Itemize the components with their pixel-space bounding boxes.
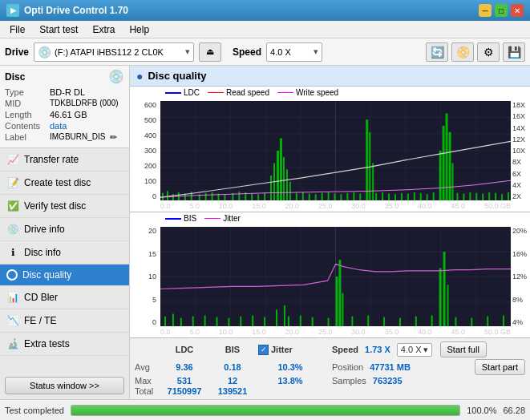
sidebar-item-fe-te[interactable]: 📉 FE / TE bbox=[0, 309, 129, 333]
speed-select[interactable]: 4.0 X ▾ bbox=[266, 42, 322, 62]
svg-rect-49 bbox=[359, 193, 361, 200]
svg-rect-56 bbox=[394, 194, 396, 200]
sidebar-item-extra-tests[interactable]: 🔬 Extra tests bbox=[0, 333, 129, 356]
chart2-svg bbox=[160, 227, 511, 326]
svg-rect-121 bbox=[503, 316, 504, 326]
maximize-button[interactable]: □ bbox=[495, 4, 508, 17]
svg-rect-64 bbox=[443, 126, 445, 200]
status-window-button[interactable]: Status window >> bbox=[5, 377, 124, 394]
svg-rect-120 bbox=[487, 317, 488, 326]
total-label: Total bbox=[135, 386, 159, 396]
svg-rect-116 bbox=[415, 317, 417, 326]
settings-button[interactable]: ⚙ bbox=[477, 42, 500, 62]
svg-rect-75 bbox=[501, 194, 503, 200]
svg-rect-102 bbox=[342, 293, 343, 326]
jitter-legend-label: Jitter bbox=[223, 214, 241, 223]
read-legend-color bbox=[208, 92, 224, 93]
svg-rect-57 bbox=[401, 193, 403, 200]
sidebar: Disc 💿 Type BD-R DL MID TDKBLDRFB (000) … bbox=[0, 66, 130, 399]
bis-legend-label: BIS bbox=[184, 214, 196, 223]
quality-header-title: Disc quality bbox=[148, 70, 206, 82]
sidebar-item-disc-info[interactable]: ℹ Disc info bbox=[0, 241, 129, 265]
app-icon: ▶ bbox=[6, 4, 19, 17]
svg-rect-66 bbox=[449, 132, 451, 200]
svg-rect-36 bbox=[283, 157, 285, 200]
svg-rect-90 bbox=[164, 317, 166, 326]
svg-rect-54 bbox=[382, 192, 383, 200]
chart2-container: BIS Jitter 20 15 10 5 0 20 bbox=[130, 212, 530, 338]
bis-legend-color bbox=[165, 218, 181, 220]
sidebar-item-drive-info[interactable]: 💿 Drive info bbox=[0, 218, 129, 241]
refresh-button[interactable]: 🔄 bbox=[426, 42, 448, 62]
drive-value: (F:) ATAPI iHBS112 2 CL0K bbox=[55, 47, 164, 57]
nav-drive-info-label: Drive info bbox=[24, 224, 65, 235]
progress-pct: 100.0% bbox=[467, 406, 496, 415]
jitter-checkbox[interactable]: ✓ bbox=[258, 345, 269, 355]
svg-rect-105 bbox=[447, 285, 449, 326]
svg-rect-59 bbox=[414, 192, 415, 200]
svg-rect-95 bbox=[216, 317, 218, 326]
svg-rect-55 bbox=[388, 193, 390, 200]
sidebar-item-verify-test-disc[interactable]: ✅ Verify test disc bbox=[0, 195, 129, 218]
disc-quality-icon bbox=[6, 269, 18, 281]
save-button[interactable]: 💾 bbox=[503, 42, 525, 62]
svg-rect-114 bbox=[383, 317, 385, 326]
close-button[interactable]: ✕ bbox=[511, 4, 524, 17]
menu-extra[interactable]: Extra bbox=[86, 22, 121, 37]
sidebar-item-transfer-rate[interactable]: 📈 Transfer rate bbox=[0, 148, 129, 172]
svg-rect-93 bbox=[192, 317, 194, 326]
verify-test-icon: ✅ bbox=[6, 200, 19, 212]
max-bis: 12 bbox=[210, 376, 255, 386]
nav-verify-test-label: Verify test disc bbox=[24, 200, 86, 212]
svg-rect-53 bbox=[375, 193, 377, 200]
avg-jitter: 10.3% bbox=[258, 362, 322, 372]
svg-rect-110 bbox=[312, 317, 314, 326]
fe-te-icon: 📉 bbox=[6, 314, 19, 327]
mid-label: MID bbox=[5, 99, 47, 108]
minimize-button[interactable]: ─ bbox=[479, 4, 492, 17]
eject-button[interactable]: ⏏ bbox=[199, 42, 221, 62]
quality-header: ● Disc quality bbox=[130, 66, 530, 87]
speed-dropdown-arrow-icon: ▾ bbox=[314, 46, 318, 57]
disc-read-button[interactable]: 📀 bbox=[451, 42, 474, 62]
svg-rect-60 bbox=[420, 193, 422, 200]
disc-label-value: IMGBURN_DIS bbox=[50, 132, 105, 143]
chart1-x-axis: 0.0 5.0 10.0 15.0 20.0 25.0 30.0 35.0 40… bbox=[160, 200, 511, 212]
svg-rect-91 bbox=[172, 314, 174, 327]
sidebar-item-create-test-disc[interactable]: 📝 Create test disc bbox=[0, 172, 129, 195]
total-ldc: 7150997 bbox=[162, 386, 207, 396]
svg-rect-52 bbox=[372, 164, 374, 201]
sidebar-item-disc-quality[interactable]: Disc quality bbox=[0, 265, 129, 286]
menu-help[interactable]: Help bbox=[123, 22, 156, 37]
nav-disc-quality-label: Disc quality bbox=[22, 269, 71, 281]
cd-bler-icon: 📊 bbox=[6, 291, 19, 304]
svg-rect-119 bbox=[471, 318, 472, 326]
disc-label-edit-icon[interactable]: ✏ bbox=[110, 132, 117, 143]
svg-rect-47 bbox=[346, 193, 348, 200]
col-ldc-header: LDC bbox=[162, 345, 207, 354]
sidebar-item-cd-bler[interactable]: 📊 CD Bler bbox=[0, 286, 129, 309]
avg-ldc: 9.36 bbox=[162, 362, 207, 372]
svg-rect-25 bbox=[224, 194, 225, 200]
svg-rect-40 bbox=[302, 192, 304, 200]
nav-items: 📈 Transfer rate 📝 Create test disc ✅ Ver… bbox=[0, 148, 129, 372]
svg-rect-94 bbox=[204, 316, 206, 326]
svg-rect-38 bbox=[289, 182, 291, 200]
position-label: Position bbox=[332, 362, 363, 372]
type-value: BD-R DL bbox=[50, 87, 85, 97]
svg-rect-107 bbox=[284, 305, 285, 326]
menu-file[interactable]: File bbox=[3, 22, 31, 37]
svg-rect-104 bbox=[443, 252, 446, 326]
svg-rect-63 bbox=[439, 151, 442, 200]
svg-rect-17 bbox=[172, 194, 174, 200]
svg-rect-72 bbox=[482, 193, 483, 200]
chart2-y-left: 20 15 10 5 0 bbox=[130, 227, 159, 326]
start-part-button[interactable]: Start part bbox=[475, 359, 525, 375]
start-full-button[interactable]: Start full bbox=[440, 341, 487, 357]
drive-select[interactable]: 💿 (F:) ATAPI iHBS112 2 CL0K ▾ bbox=[34, 42, 194, 62]
menu-start-test[interactable]: Start test bbox=[33, 22, 84, 37]
disc-info-icon: ℹ bbox=[6, 246, 19, 259]
svg-rect-16 bbox=[167, 191, 168, 200]
svg-rect-92 bbox=[180, 318, 182, 326]
speed-stat-select[interactable]: 4.0 X ▾ bbox=[397, 343, 432, 357]
